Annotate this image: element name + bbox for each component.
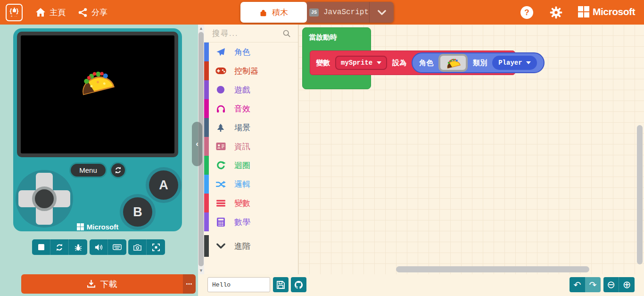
bars-icon	[215, 200, 226, 207]
download-button[interactable]: 下載	[21, 274, 183, 294]
download-options-button[interactable]: •••	[183, 274, 196, 294]
blocks-workspace[interactable]: 當啟動時 變數 mySprite 設為 角色	[298, 25, 644, 274]
tab-dropdown-button[interactable]	[369, 2, 394, 23]
restart-button[interactable]	[50, 239, 69, 255]
bug-icon	[74, 244, 82, 251]
category-label: 變數	[234, 198, 250, 209]
workspace-horizontal-scrollbar[interactable]	[396, 266, 589, 272]
category-color-bar	[204, 156, 209, 175]
project-name-input[interactable]	[207, 277, 270, 292]
category-loops[interactable]: 迴圈	[204, 156, 298, 175]
category-variables[interactable]: 變數	[204, 194, 298, 212]
category-game[interactable]: 遊戲	[204, 80, 298, 99]
sim-controls-group-1	[32, 239, 87, 255]
create-sprite-block[interactable]: 角色 類別 Player	[412, 52, 544, 73]
category-scene[interactable]: 場景	[204, 118, 298, 137]
category-controller[interactable]: 控制器	[204, 61, 298, 80]
dpad-center-knob[interactable]	[32, 186, 57, 211]
makecode-arcade-logo[interactable]: {} + ··	[6, 4, 23, 21]
gear-icon	[550, 6, 562, 19]
screenshot-button[interactable]	[128, 239, 147, 255]
home-label: 主頁	[50, 7, 66, 18]
tab-blocks[interactable]: 積木	[240, 2, 307, 23]
tab-javascript-label: JavaScript	[323, 8, 369, 17]
id-badge-icon	[215, 143, 226, 150]
logo-braces-icon: {}	[9, 8, 18, 14]
dpad-control[interactable]	[16, 170, 73, 228]
paper-plane-icon	[215, 48, 226, 57]
sim-controls-group-3	[128, 239, 165, 255]
scroll-up-icon[interactable]: ▲	[198, 26, 204, 31]
scroll-down-icon[interactable]: ▼	[198, 268, 204, 273]
zoom-in-button[interactable]: ⊕	[619, 277, 635, 292]
category-label: 資訊	[234, 141, 250, 152]
simulator-panel: Menu A B Microsoft	[0, 25, 198, 296]
console-brand-label: Microsoft	[87, 223, 119, 231]
redo-icon: ↷	[589, 279, 597, 290]
category-logic[interactable]: 邏輯	[204, 175, 298, 194]
workspace-vertical-scrollbar[interactable]	[637, 125, 643, 264]
category-label: 遊戲	[234, 85, 250, 95]
category-color-bar	[204, 137, 209, 156]
sprite-kind-dropdown[interactable]: Player	[492, 56, 537, 70]
variable-name-value: mySprite	[341, 59, 372, 67]
game-console: Menu A B Microsoft	[13, 28, 182, 231]
set-variable-block[interactable]: 變數 mySprite 設為 角色	[310, 51, 515, 75]
keyboard-button[interactable]	[108, 239, 126, 255]
redo-button[interactable]: ↷	[585, 277, 601, 292]
save-button[interactable]	[273, 277, 289, 292]
debug-button[interactable]	[69, 239, 87, 255]
sprite-image-picker[interactable]	[438, 54, 468, 72]
editor-footer: ↶ ↷ ⊖ ⊕	[198, 274, 644, 296]
share-button[interactable]: 分享	[72, 0, 114, 25]
console-microsoft-brand: Microsoft	[13, 223, 182, 231]
category-advanced[interactable]: 進階	[204, 235, 298, 257]
microsoft-brand[interactable]: Microsoft	[578, 6, 635, 17]
editor-tabstrip: 積木 JS JavaScript	[240, 2, 394, 23]
chevron-down-icon	[378, 10, 386, 15]
fullscreen-button[interactable]	[147, 239, 165, 255]
chevron-left-icon: ‹	[196, 139, 198, 149]
home-button[interactable]: 主頁	[29, 0, 72, 25]
stop-button[interactable]	[32, 239, 50, 255]
category-color-bar	[204, 212, 209, 231]
tab-javascript[interactable]: JS JavaScript	[305, 2, 369, 23]
dropdown-caret-icon	[377, 61, 381, 64]
sprite-keyword-label: 角色	[419, 59, 433, 68]
collapse-simulator-handle[interactable]: ‹	[192, 122, 202, 166]
chevron-down-icon	[215, 243, 226, 249]
button-b-label: B	[123, 197, 152, 227]
settings-button[interactable]	[550, 6, 562, 19]
advanced-label: 進階	[234, 241, 250, 252]
category-label: 角色	[234, 47, 250, 58]
calculator-icon	[215, 218, 226, 227]
category-music[interactable]: 音效	[204, 99, 298, 118]
help-button[interactable]: ?	[520, 6, 533, 19]
share-label: 分享	[91, 7, 107, 18]
variable-name-dropdown[interactable]: mySprite	[335, 56, 387, 70]
circle-icon	[215, 85, 226, 94]
keyboard-icon	[113, 244, 122, 250]
menu-button-label: Menu	[79, 166, 97, 174]
microsoft-brand-label: Microsoft	[593, 6, 635, 17]
sound-button[interactable]	[90, 239, 108, 255]
category-label: 數學	[234, 217, 250, 228]
search-input[interactable]	[204, 29, 275, 38]
console-reset-button[interactable]	[111, 163, 125, 177]
category-label: 控制器	[234, 66, 258, 76]
category-label: 邏輯	[234, 179, 250, 190]
zoom-out-button[interactable]: ⊖	[603, 277, 619, 292]
kind-keyword-label: 類別	[473, 59, 487, 68]
category-math[interactable]: 數學	[204, 212, 298, 231]
category-info[interactable]: 資訊	[204, 137, 298, 156]
category-sprites[interactable]: 角色	[204, 42, 298, 61]
console-menu-button[interactable]: Menu	[71, 164, 106, 177]
tab-blocks-label: 積木	[272, 7, 288, 18]
home-icon	[36, 8, 45, 17]
undo-button[interactable]: ↶	[570, 277, 585, 292]
dropdown-caret-icon	[526, 61, 531, 64]
download-label: 下載	[100, 279, 117, 290]
category-label: 音效	[234, 103, 250, 114]
button-a[interactable]: A	[146, 167, 182, 203]
github-button[interactable]	[291, 277, 306, 292]
